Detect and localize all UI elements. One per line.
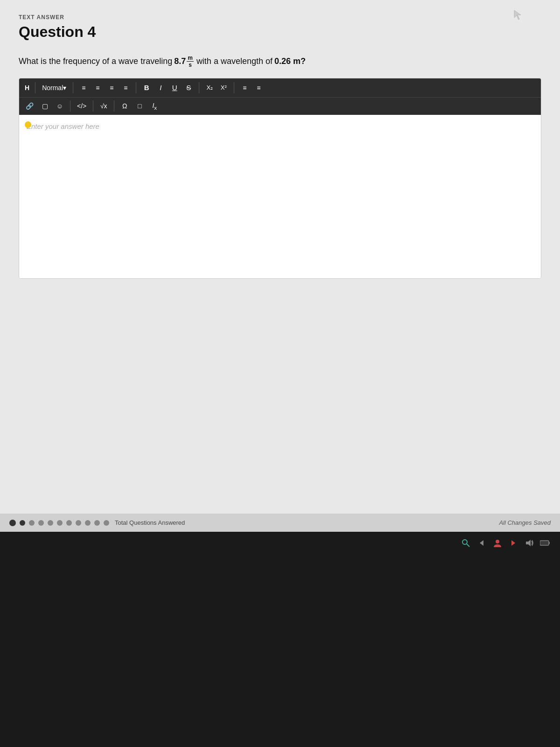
nav-dots [9,520,109,526]
taskbar-icons [460,537,551,549]
code-icon: </> [77,102,86,110]
clear-format-icon: Ix [152,102,157,111]
wavelength-value: 0.26 m? [274,56,306,66]
align-justify-button[interactable]: ≡ [105,81,118,94]
align-right-icon: ≡ [124,84,127,92]
link-button[interactable]: 🔗 [23,99,36,113]
sqrt-icon: √x [100,102,107,110]
omega-icon: Ω [122,102,127,110]
taskbar-search-icon[interactable] [460,537,471,549]
special-char-button[interactable]: □ [133,99,146,113]
toolbar-row-1: H Normal ▾ ≡ ≡ [19,78,541,97]
editor-placeholder: Enter your answer here [27,122,99,130]
taskbar-back-icon[interactable] [476,537,487,549]
cursor-indicator [513,9,523,22]
toolbar-divider-2 [73,82,73,93]
align-justify-icon: ≡ [110,84,113,92]
code-button[interactable]: </> [74,99,89,113]
toolbar-divider-8 [114,100,114,112]
align-left-button[interactable]: ≡ [77,81,90,94]
align-left-icon: ≡ [82,84,85,92]
strikethrough-button[interactable]: S [182,81,195,94]
ordered-list-icon: ≡ [243,84,246,92]
svg-marker-2 [480,540,483,546]
italic-button[interactable]: I [154,81,167,94]
taskbar-battery-icon[interactable] [539,537,551,549]
cursor-dot [25,121,31,128]
svg-marker-4 [511,540,515,546]
fraction: m s [187,55,194,69]
align-right-button[interactable]: ≡ [119,81,132,94]
toolbar-row-2: 🔗 ▢ ☺ </> √x Ω [19,97,541,115]
nav-dot-8[interactable] [85,520,91,526]
bottom-bar: Total Questions Answered All Changes Sav… [0,514,560,532]
underline-button[interactable]: U [168,81,181,94]
svg-point-0 [462,540,467,544]
question-text: What is the frequency of a wave travelin… [19,55,541,69]
clear-format-button[interactable]: Ix [148,99,161,113]
nav-dot-3[interactable] [38,520,44,526]
svg-rect-7 [549,542,550,544]
subscript-button[interactable]: X₂ [203,81,216,94]
align-center-icon: ≡ [96,84,99,92]
omega-button[interactable]: Ω [118,99,131,113]
image-icon: ▢ [42,102,48,110]
nav-dot-9[interactable] [94,520,100,526]
fraction-denominator: s [188,62,193,68]
nav-dot-0[interactable] [9,520,16,526]
align-center-button[interactable]: ≡ [91,81,104,94]
fraction-numerator: m [187,55,194,62]
style-dropdown-arrow: ▾ [63,84,66,92]
toolbar-list-group: ≡ ≡ [238,81,265,94]
toolbar-format-group: B I U S [140,81,195,94]
toolbar-heading-group: H [23,84,31,92]
emoji-button[interactable]: ☺ [53,99,66,113]
bold-button[interactable]: B [140,81,153,94]
main-content: TEXT ANSWER Question 4 What is the frequ… [0,0,560,514]
nav-dot-2[interactable] [29,520,35,526]
question-text-after: with a wavelength of [196,56,273,66]
save-status: All Changes Saved [499,519,551,526]
sqrt-button[interactable]: √x [97,99,110,113]
svg-point-3 [496,540,499,543]
toolbar-style-group: Normal ▾ [39,81,69,94]
toolbar-divider-5 [234,82,234,93]
questions-answered-label: Total Questions Answered [115,519,185,526]
ordered-list-button[interactable]: ≡ [238,81,251,94]
toolbar-divider-6 [70,100,70,112]
toolbar-divider-4 [199,82,199,93]
svg-rect-8 [540,541,548,545]
section-label: TEXT ANSWER [19,14,541,21]
svg-marker-5 [526,540,531,546]
taskbar-arrow-icon[interactable] [508,537,519,549]
nav-dot-1[interactable] [20,520,25,526]
question-title: Question 4 [19,23,541,41]
taskbar-volume-icon[interactable] [524,537,535,549]
rich-text-editor: H Normal ▾ ≡ ≡ [19,78,541,279]
heading-button[interactable]: H [23,84,31,92]
superscript-button[interactable]: X² [217,81,230,94]
nav-dot-6[interactable] [66,520,72,526]
style-dropdown[interactable]: Normal ▾ [39,81,69,94]
image-button[interactable]: ▢ [38,99,51,113]
question-text-before: What is the frequency of a wave travelin… [19,56,172,66]
toolbar-divider-7 [93,100,93,112]
nav-dot-7[interactable] [76,520,81,526]
unordered-list-icon: ≡ [257,84,260,92]
toolbar-align-group: ≡ ≡ ≡ ≡ [77,81,132,94]
toolbar-divider-3 [136,82,136,93]
taskbar-user-icon[interactable] [492,537,503,549]
editor-body[interactable]: Enter your answer here [19,115,541,278]
taskbar [0,532,560,634]
link-icon: 🔗 [26,102,34,110]
wave-value: 8.7 m s [174,55,195,69]
nav-dot-5[interactable] [57,520,63,526]
toolbar-script-group: X₂ X² [203,81,230,94]
special-char-icon: □ [138,102,141,110]
toolbar-divider-1 [35,82,35,93]
emoji-icon: ☺ [56,102,63,110]
svg-line-1 [467,544,469,547]
nav-dot-4[interactable] [48,520,53,526]
nav-dot-10[interactable] [104,520,109,526]
unordered-list-button[interactable]: ≡ [252,81,265,94]
